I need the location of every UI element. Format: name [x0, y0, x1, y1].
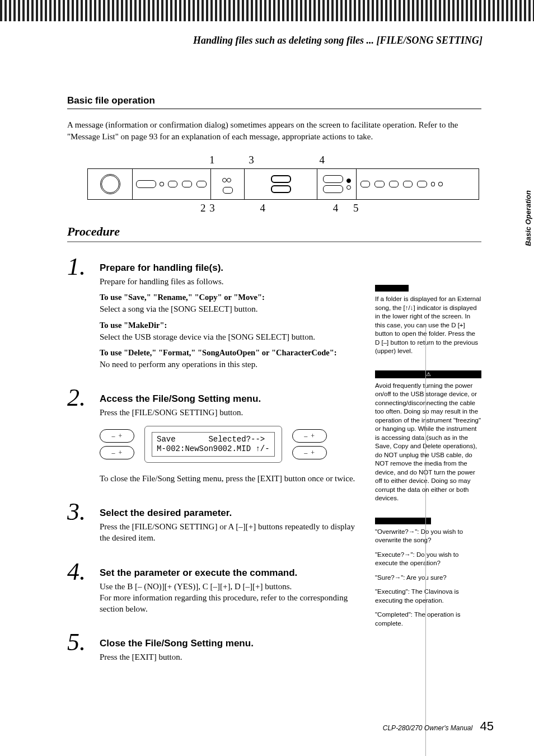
intro-paragraph: A message (information or confirmation d…: [67, 119, 481, 143]
top-barcode: [0, 0, 534, 21]
step-sub-bold: To use "Save," "Rename," "Copy" or "Move…: [100, 293, 337, 302]
display-icon: [271, 175, 291, 183]
tip-text: If a folder is displayed for an External…: [375, 295, 481, 356]
button-icon: [136, 180, 156, 188]
diag-num: 4: [333, 202, 339, 214]
lcd-screen: Save Selected?--> M-002:NewSon9002.MID ↑…: [144, 426, 282, 463]
step-title: Set the parameter or execute the command…: [100, 567, 364, 579]
term-header-bar: [375, 518, 431, 524]
diag-num: 1: [209, 154, 215, 166]
button-icon: [168, 181, 178, 187]
lcd-line2: M-002:NewSon9002.MID ↑/-: [157, 444, 270, 453]
page-header-title: Handling files such as deleting song fil…: [193, 35, 483, 46]
step-5: 5. Close the File/Song Setting menu. Pre…: [67, 631, 364, 668]
section-title: Basic file operation: [67, 95, 481, 109]
step-sub-text: No need to perform any operations in thi…: [100, 359, 337, 370]
term-item: "Completed": The operation is complete.: [375, 611, 481, 628]
led-icon: [160, 182, 164, 186]
sidebar-column: If a folder is displayed for an External…: [375, 285, 481, 642]
procedure-heading: Procedure: [67, 224, 481, 242]
step-number: 3.: [67, 501, 100, 550]
button-d-icon: – +: [292, 446, 327, 459]
button-icon: [417, 181, 427, 187]
diag-num: 4: [260, 202, 266, 214]
step-text: Use the B [– (NO)][+ (YES)], C [–][+], D…: [100, 581, 364, 615]
step-title: Access the File/Song Setting menu.: [100, 393, 355, 405]
step-number: 2.: [67, 387, 100, 490]
caution-header-bar: ⚠: [375, 370, 481, 378]
step-title: Close the File/Song Setting menu.: [100, 638, 254, 649]
step-title: Select the desired parameter.: [100, 508, 364, 519]
step-title: Prepare for handling file(s).: [100, 262, 337, 274]
button-icon: [374, 181, 384, 187]
led-icon: [222, 178, 227, 182]
step-text: Press the [EXIT] button.: [100, 651, 254, 663]
led-icon: [438, 182, 443, 186]
diagram-panel: [87, 168, 479, 200]
step-text: Press the [FILE/SONG SETTING] or A [–][+…: [100, 521, 364, 544]
diag-num: 3: [209, 202, 215, 214]
button-b-icon: – +: [100, 446, 134, 459]
page-footer: CLP-280/270 Owner's Manual 45: [383, 719, 494, 734]
step-2: 2. Access the File/Song Setting menu. Pr…: [67, 387, 364, 490]
button-icon: [196, 181, 207, 187]
button-icon: [223, 187, 233, 194]
step-number: 4.: [67, 561, 100, 621]
footer-model: CLP-280/270 Owner's Manual: [383, 724, 472, 732]
vertical-divider: [425, 327, 426, 756]
step-3: 3. Select the desired parameter. Press t…: [67, 501, 364, 550]
button-icon: [323, 185, 343, 193]
step-sub-text: Select a song via the [SONG SELECT] butt…: [100, 303, 337, 314]
lcd-diagram: – + – + Save Selected?--> M-002:NewSon90…: [100, 426, 355, 463]
diag-num: 5: [353, 202, 359, 214]
term-item: "Executing": The Clavinova is executing …: [375, 588, 481, 605]
footer-page-number: 45: [480, 719, 494, 733]
diag-num: 4: [320, 154, 325, 166]
step-1: 1. Prepare for handling file(s). Prepare…: [67, 256, 364, 375]
step-number: 5.: [67, 631, 100, 668]
diagram-top-numbers: 1 3 4: [199, 154, 479, 166]
diagram-bottom-numbers: 2 3 4 4 5: [198, 202, 479, 214]
term-item: "Sure?→": Are you sure?: [375, 574, 481, 583]
lcd-line1: Save Selected?-->: [157, 435, 265, 444]
button-icon: [360, 181, 370, 187]
term-item: "Execute?→": Do you wish to execute the …: [375, 551, 481, 568]
button-icon: [182, 181, 192, 187]
led-icon: [431, 182, 435, 186]
button-icon: [403, 181, 413, 187]
step-sub-bold: To use "Delete," "Format," "SongAutoOpen…: [100, 348, 337, 358]
warning-icon: ⚠: [426, 371, 431, 377]
diag-num: 2: [200, 202, 206, 214]
side-tab-label: Basic Operation: [524, 190, 532, 246]
button-icon: [389, 181, 399, 187]
diag-num: 3: [249, 154, 254, 166]
caution-block: ⚠ Avoid frequently turning the power on/…: [375, 370, 481, 503]
button-c-icon: – +: [292, 429, 327, 443]
rec-icon: [346, 179, 351, 183]
step-4: 4. Set the parameter or execute the comm…: [67, 561, 364, 621]
button-icon: [323, 175, 343, 183]
step-after-text: To close the File/Song Setting menu, pre…: [100, 473, 355, 484]
step-sub-bold: To use "MakeDir":: [100, 321, 337, 330]
steps-column: 1. Prepare for handling file(s). Prepare…: [67, 256, 364, 680]
step-number: 1.: [67, 256, 100, 375]
step-text: Prepare for handling files as follows.: [100, 276, 337, 287]
volume-knob-icon: [100, 174, 120, 194]
button-a-icon: – +: [100, 429, 134, 443]
tip-block: If a folder is displayed for an External…: [375, 285, 481, 356]
step-text: Press the [FILE/SONG SETTING] button.: [100, 407, 355, 418]
led-icon: [346, 185, 351, 190]
caution-text: Avoid frequently turning the power on/of…: [375, 382, 481, 503]
tip-header-bar: [375, 285, 409, 292]
panel-diagram: 1 3 4: [87, 154, 479, 214]
terminology-block: "Overwrite?→": Do you wish to overwrite …: [375, 518, 481, 628]
term-item: "Overwrite?→": Do you wish to overwrite …: [375, 528, 481, 545]
led-icon: [227, 178, 231, 182]
display-icon: [271, 185, 291, 193]
step-sub-text: Select the USB storage device via the [S…: [100, 331, 337, 342]
lcd-text: Save Selected?--> M-002:NewSon9002.MID ↑…: [152, 432, 275, 457]
